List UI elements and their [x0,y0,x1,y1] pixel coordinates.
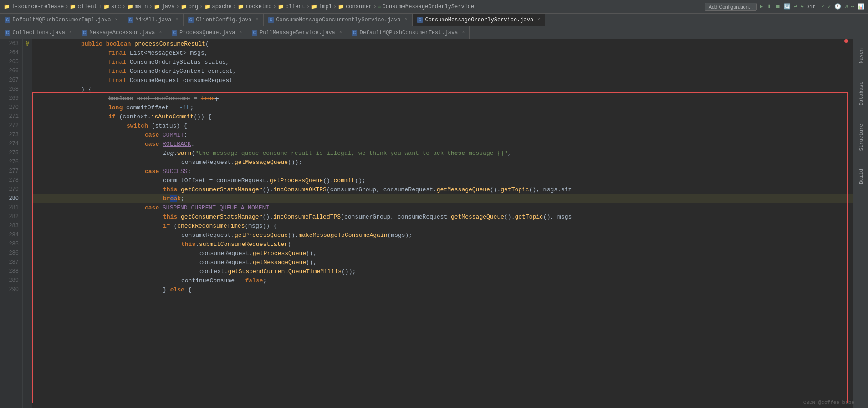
breadcrumb-java[interactable]: java [162,4,175,10]
tab-mixall[interactable]: C MixAll.java × [123,14,184,26]
tabs-row-2: C Collections.java × C MessageAccessor.j… [0,26,868,39]
client2-folder-icon: 📁 [278,4,284,10]
tab-close-icon[interactable]: × [176,17,179,22]
line-num: 289 [2,276,19,285]
line-num: 270 [2,103,19,112]
gutter-row: @ [23,39,32,48]
gutter-row [23,221,32,230]
gutter-row [23,103,32,112]
add-config-button[interactable]: Add Configuration... [705,3,757,11]
java-file-icon: C [82,30,87,36]
gutter-row [23,276,32,285]
mini-scrollbar[interactable] [853,39,858,408]
breadcrumb-impl[interactable]: impl [319,4,332,10]
java-file-icon: C [128,17,133,23]
java-file-icon: C [268,17,274,23]
tab-defaultmq[interactable]: C DefaultMQPushConsumerImpl.java × [0,14,123,26]
tab-close-icon[interactable]: × [462,30,465,35]
code-line-273: case COMMIT: [32,130,853,139]
code-line-283: if (checkReconsumeTimes(msgs)) { [32,221,853,230]
line-num: 285 [2,240,19,249]
code-line-269: boolean continueConsume = true; [32,94,853,103]
tab-defaultmqtest[interactable]: C DefaultMQPushConsumerTest.java × [347,26,470,39]
gutter: @ [23,39,32,408]
tabs-row-1: C DefaultMQPushConsumerImpl.java × C Mix… [0,14,868,26]
tab-concurrent[interactable]: C ConsumeMessageConcurrentlyService.java… [264,14,413,26]
tab-close-icon[interactable]: × [159,30,162,35]
breadcrumb-main[interactable]: main [135,4,148,10]
java-file-icon: C [417,17,423,23]
tab-clientconfig[interactable]: C ClientConfig.java × [184,14,264,26]
line-num: 274 [2,139,19,148]
line-num: 269 [2,94,19,103]
line-num: 284 [2,230,19,240]
panel-maven[interactable]: Maven [858,48,868,63]
code-line-282: this.getConsumerStatsManager().incConsum… [32,212,853,221]
breadcrumb-src[interactable]: src [111,4,121,10]
gutter-row [23,121,32,130]
panel-database[interactable]: Database [858,82,868,106]
tab-messageaccessor[interactable]: C MessageAccessor.java × [77,26,167,39]
tab-close-icon[interactable]: × [405,17,408,22]
consumer-folder-icon: 📁 [338,4,344,10]
line-num: 286 [2,249,19,258]
panel-build[interactable]: Build [858,169,868,184]
main-folder-icon: 📁 [127,4,133,10]
code-line-287: consumeRequest.getMessageQueue(), [32,258,853,267]
breadcrumb-apache[interactable]: apache [212,4,232,10]
tab-close-icon[interactable]: × [240,30,242,35]
gutter-row [23,66,32,76]
gutter-row [23,139,32,148]
editor-container: 263 264 265 266 267 268 269 270 271 272 … [0,39,868,408]
tab-collections[interactable]: C Collections.java × [0,26,77,39]
code-line-281: case SUSPEND_CURRENT_QUEUE_A_MOMENT: [32,203,853,212]
panel-structure[interactable]: Structure [858,124,868,151]
org-folder-icon: 📁 [181,4,187,10]
breadcrumb-client2[interactable]: client [286,4,305,10]
java-file-icon: C [172,30,178,36]
right-panel-tabs: Maven Database Structure Build [858,39,868,408]
watermark: CSDN @coffee_babe [803,400,854,405]
code-line-288: context.getSuspendCurrentQueueTimeMillis… [32,267,853,276]
line-num: 264 [2,48,19,57]
tab-pullmessage[interactable]: C PullMessageService.java × [247,26,347,39]
gutter-row [23,94,32,103]
code-line-277: case SUCCESS: [32,167,853,176]
tab-close-icon[interactable]: × [256,17,259,22]
line-num: 268 [2,85,19,94]
gutter-row [23,258,32,267]
tab-orderly[interactable]: C ConsumeMessageOrderlyService.java × [413,14,545,26]
line-num: 288 [2,267,19,276]
code-line-279: this.getConsumerStatsManager().incConsum… [32,185,853,194]
breadcrumb-rocketmq[interactable]: rocketmq [245,4,272,10]
code-line-276: consumeRequest.getMessageQueue()); [32,158,853,167]
tab-close-icon[interactable]: × [115,17,118,22]
tab-processqueue[interactable]: C ProcessQueue.java × [167,26,247,39]
gutter-row [23,240,32,249]
code-line-274: case ROLLBACK: [32,139,853,148]
tab-close-icon[interactable]: × [69,30,72,35]
gutter-row [23,112,32,121]
top-actions: Add Configuration... ▶ ⏸ ⏹ 🔄 ↩ ↪ Git: ✓ … [705,3,864,11]
gutter-row [23,212,32,221]
breadcrumb-class[interactable]: ConsumeMessageOrderlyService [383,4,475,10]
line-num: 279 [2,185,19,194]
gutter-row [23,57,32,66]
code-line-272: switch (status) { [32,121,853,130]
java-file-icon: C [5,30,10,36]
breadcrumb-consumer[interactable]: consumer [346,4,372,10]
breadcrumb-project[interactable]: 1-source-release [11,4,64,10]
tab-close-icon[interactable]: × [339,30,342,35]
gutter-row [23,203,32,212]
code-line-280: break; [32,194,853,203]
code-editor[interactable]: public boolean processConsumeResult( fin… [32,39,853,408]
breadcrumb-org[interactable]: org [189,4,199,10]
class-icon: ☕ [378,4,381,10]
line-num: 267 [2,76,19,85]
code-line-289: continueConsume = false; [32,276,853,285]
gutter-row [23,249,32,258]
line-num: 283 [2,221,19,230]
breadcrumb-client[interactable]: client [77,4,97,10]
code-line-286: consumeRequest.getProcessQueue(), [32,249,853,258]
tab-close-icon[interactable]: × [537,17,540,22]
